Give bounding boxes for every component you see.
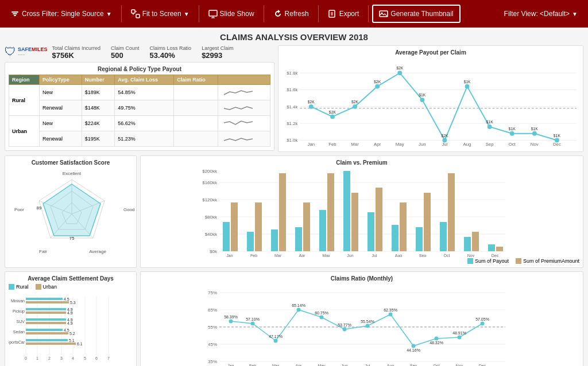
svg-text:4.9: 4.9 (67, 311, 73, 315)
svg-text:3: 3 (60, 356, 63, 360)
svg-rect-3 (131, 10, 135, 13)
svg-rect-106 (416, 227, 423, 251)
svg-text:4.5: 4.5 (64, 328, 69, 332)
legend-premium-box (516, 258, 521, 264)
svg-text:$2K: $2K (329, 110, 336, 114)
svg-text:$40kk: $40kk (205, 232, 218, 237)
number-val: $189K (82, 85, 114, 100)
logo-text: SAFEMILES (18, 47, 48, 53)
svg-text:1: 1 (36, 356, 38, 360)
settlement-legend: Rural Urban (9, 284, 133, 290)
svg-rect-100 (343, 171, 350, 251)
total-claims-label: Total Claims Incurred (52, 45, 101, 51)
svg-point-178 (229, 320, 233, 324)
svg-text:Mar: Mar (274, 254, 282, 257)
separator3 (264, 5, 264, 22)
settlement-days-chart: 0 1 2 3 4 5 6 7 Minivan 4.5 (9, 292, 129, 361)
svg-point-184 (297, 308, 301, 312)
svg-text:Jun: Jun (341, 364, 347, 366)
slide-show-button[interactable]: Slide Show (203, 6, 260, 22)
fit-to-screen-button[interactable]: Fit to Screen ▼ (125, 6, 195, 22)
policy-type: New (39, 85, 82, 100)
customer-sat-chart: Excellent Good Average Fair Poor 8 (9, 168, 135, 257)
svg-text:$1.0k: $1.0k (287, 138, 297, 143)
svg-text:$160kk: $160kk (202, 180, 218, 185)
claim-count-value: 500 (111, 51, 140, 60)
fit-to-screen-label: Fit to Screen (142, 10, 181, 18)
svg-rect-92 (247, 232, 254, 251)
svg-text:May: May (396, 142, 404, 147)
svg-text:4.5: 4.5 (64, 297, 69, 301)
claim-vs-premium-title: Claim vs. Premium (144, 159, 579, 166)
col-region: Region (9, 75, 40, 85)
svg-rect-107 (424, 193, 431, 251)
svg-text:60.75%: 60.75% (315, 311, 328, 315)
svg-rect-111 (472, 232, 479, 251)
svg-text:4.9: 4.9 (67, 321, 73, 325)
svg-text:$2K: $2K (374, 80, 381, 84)
svg-rect-91 (231, 203, 238, 251)
svg-text:35%: 35% (208, 359, 217, 364)
svg-rect-109 (448, 173, 455, 251)
svg-point-27 (309, 104, 314, 109)
logo-shield-icon: 🛡 (5, 45, 16, 59)
svg-rect-93 (255, 203, 262, 251)
svg-rect-7 (209, 10, 217, 16)
svg-rect-153 (26, 318, 66, 321)
svg-point-43 (488, 124, 492, 129)
svg-point-33 (375, 84, 380, 89)
avg-val: 49.75% (115, 100, 174, 116)
svg-rect-4 (136, 14, 140, 18)
svg-rect-94 (271, 229, 278, 251)
svg-rect-97 (303, 203, 310, 251)
svg-rect-90 (223, 222, 230, 251)
legend-rural: Rural (9, 284, 29, 290)
svg-text:Good: Good (123, 207, 135, 212)
svg-text:Minivan: Minivan (11, 299, 25, 303)
svg-text:Jan: Jan (227, 364, 234, 366)
svg-rect-104 (392, 225, 399, 251)
legend-rural-label: Rural (16, 284, 29, 290)
number-val: $148K (82, 100, 114, 116)
svg-text:7: 7 (107, 356, 110, 360)
region-urban: Urban (9, 116, 40, 147)
svg-point-188 (343, 328, 347, 332)
svg-text:$1.6k: $1.6k (287, 87, 297, 92)
svg-text:Poor: Poor (14, 207, 24, 212)
generate-thumbnail-label: Generate Thumbnail (390, 10, 453, 18)
svg-text:Apr: Apr (299, 254, 306, 257)
svg-text:Jan: Jan (226, 254, 233, 257)
svg-text:$1.4k: $1.4k (287, 104, 297, 110)
svg-text:Feb: Feb (250, 254, 257, 257)
settlement-days-panel: Average Claim Settlement Days Rural Urba… (5, 271, 137, 366)
svg-point-192 (389, 313, 393, 317)
total-claims-stat: Total Claims Incurred $756K (52, 45, 101, 60)
svg-rect-2 (14, 15, 16, 16)
svg-text:SUV: SUV (17, 320, 25, 324)
svg-point-200 (481, 322, 485, 326)
svg-text:45%: 45% (208, 342, 217, 347)
dashboard-main: CLAIMS ANALYSIS OVERVIEW 2018 🛡 SAFEMILE… (0, 28, 588, 366)
svg-text:$1K: $1K (419, 93, 426, 97)
sparkline-cell (218, 100, 270, 116)
filter-view-button[interactable]: Filter View: <Default> ▼ (498, 6, 583, 21)
svg-point-186 (320, 316, 324, 320)
svg-rect-1 (13, 13, 17, 14)
svg-text:Aug: Aug (387, 364, 394, 366)
sparkline-cell (218, 131, 270, 147)
svg-text:55%: 55% (208, 325, 217, 330)
export-button[interactable]: Export (322, 6, 365, 22)
svg-text:Dec: Dec (479, 364, 486, 366)
svg-text:53.77%: 53.77% (338, 323, 351, 327)
avg-val: 54.85% (115, 85, 174, 100)
generate-thumbnail-button[interactable]: Generate Thumbnail (372, 5, 460, 23)
refresh-button[interactable]: Refresh (268, 6, 315, 22)
svg-text:Aug: Aug (395, 254, 403, 257)
avg-payout-title: Average Payout per Claim (282, 49, 579, 56)
svg-rect-99 (327, 173, 334, 251)
svg-rect-103 (376, 188, 382, 251)
svg-text:Jan: Jan (308, 142, 315, 147)
svg-rect-102 (368, 212, 374, 251)
cross-filter-button[interactable]: Cross Filter: Single Source ▼ (5, 6, 118, 22)
col-policytype: PolicyType (39, 75, 82, 85)
